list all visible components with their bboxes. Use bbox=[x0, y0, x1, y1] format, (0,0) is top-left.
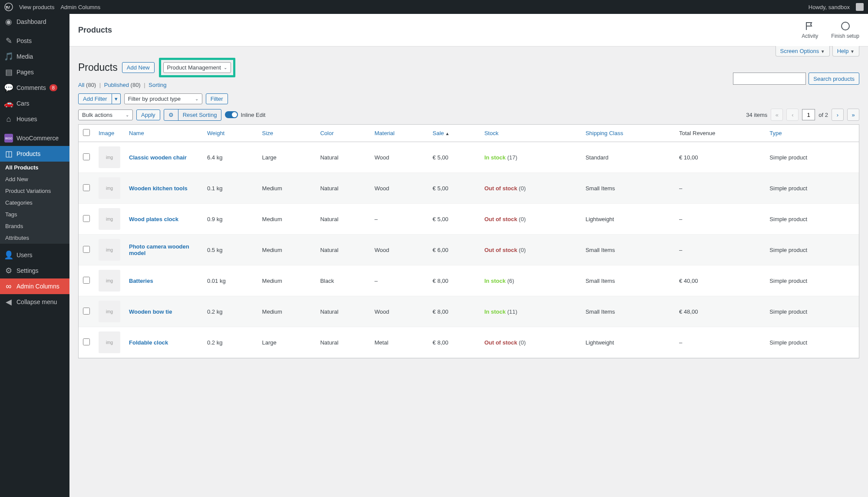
col-name[interactable]: Name bbox=[125, 125, 203, 142]
avatar-icon[interactable] bbox=[856, 3, 864, 11]
product-name-link[interactable]: Photo camera wooden model bbox=[129, 243, 189, 256]
reset-sorting-button[interactable]: Reset Sorting bbox=[178, 109, 221, 120]
submenu-product-variations[interactable]: Product Variations bbox=[0, 185, 69, 197]
product-image: img bbox=[99, 239, 120, 261]
view-products-link[interactable]: View products bbox=[19, 4, 54, 10]
submenu-all-products[interactable]: All Products bbox=[0, 162, 69, 173]
flag-icon bbox=[805, 21, 815, 31]
row-checkbox[interactable] bbox=[83, 338, 90, 345]
product-type-select[interactable]: Filter by product type ⌄ bbox=[124, 93, 202, 104]
bulk-actions-select[interactable]: Bulk actions ⌄ bbox=[78, 109, 133, 120]
wordpress-logo-icon[interactable] bbox=[4, 3, 13, 11]
cell-sale: € 8,00 bbox=[428, 296, 480, 327]
add-new-button[interactable]: Add New bbox=[122, 62, 155, 73]
menu-media[interactable]: 🎵Media bbox=[0, 49, 69, 64]
howdy-link[interactable]: Howdy, sandbox bbox=[809, 4, 850, 10]
circle-icon bbox=[840, 21, 851, 31]
product-name-link[interactable]: Foldable clock bbox=[129, 339, 168, 346]
menu-cars[interactable]: 🚗Cars bbox=[0, 96, 69, 111]
menu-products[interactable]: ◫Products bbox=[0, 146, 69, 162]
product-image: img bbox=[99, 208, 120, 230]
menu-pages[interactable]: ▤Pages bbox=[0, 64, 69, 80]
col-image[interactable]: Image bbox=[94, 125, 125, 142]
page-icon: ▤ bbox=[4, 68, 13, 76]
menu-woocommerce[interactable]: wooWooCommerce bbox=[0, 130, 69, 146]
cell-sale: € 6,00 bbox=[428, 235, 480, 265]
menu-settings[interactable]: ⚙Settings bbox=[0, 263, 69, 278]
row-checkbox[interactable] bbox=[83, 308, 90, 315]
cell-color: Natural bbox=[316, 204, 370, 235]
menu-posts[interactable]: ✎Posts bbox=[0, 33, 69, 49]
filter-sorting[interactable]: Sorting bbox=[149, 82, 166, 88]
view-select[interactable]: Product Management ⌄ bbox=[163, 62, 231, 73]
product-name-link[interactable]: Wooden bow tie bbox=[129, 308, 172, 315]
page-next[interactable]: › bbox=[832, 109, 844, 121]
cell-size: Large bbox=[258, 327, 316, 358]
col-shipping[interactable]: Shipping Class bbox=[581, 125, 675, 142]
house-icon: ⌂ bbox=[4, 115, 13, 123]
products-table: Image Name Weight Size Color Material Sa… bbox=[79, 125, 859, 358]
row-checkbox[interactable] bbox=[83, 215, 90, 222]
activity-button[interactable]: Activity bbox=[802, 21, 818, 39]
col-sale[interactable]: Sale▲ bbox=[428, 125, 480, 142]
filter-published[interactable]: Published bbox=[104, 82, 129, 88]
submenu-attributes[interactable]: Attributes bbox=[0, 232, 69, 244]
row-checkbox[interactable] bbox=[83, 246, 90, 253]
menu-dashboard[interactable]: ◉Dashboard bbox=[0, 14, 69, 30]
page-first[interactable]: « bbox=[771, 109, 783, 121]
menu-houses[interactable]: ⌂Houses bbox=[0, 111, 69, 127]
product-name-link[interactable]: Classic wooden chair bbox=[129, 154, 187, 161]
add-filter-button[interactable]: Add Filter bbox=[78, 93, 112, 104]
submenu-tags[interactable]: Tags bbox=[0, 209, 69, 220]
cell-weight: 0.2 kg bbox=[203, 296, 258, 327]
col-stock[interactable]: Stock bbox=[480, 125, 581, 142]
product-image: img bbox=[99, 177, 120, 199]
chevron-down-icon: ▼ bbox=[821, 49, 825, 54]
screen-options-tab[interactable]: Screen Options ▼ bbox=[776, 46, 830, 56]
submenu-add-new[interactable]: Add New bbox=[0, 173, 69, 185]
sorting-gear[interactable]: ⚙ bbox=[164, 109, 178, 120]
inline-edit-toggle[interactable]: Inline Edit bbox=[225, 111, 265, 118]
page-current-input[interactable] bbox=[802, 109, 815, 120]
select-all-checkbox[interactable] bbox=[83, 129, 90, 136]
product-name-link[interactable]: Wood plates clock bbox=[129, 216, 178, 222]
dashboard-icon: ◉ bbox=[4, 17, 13, 26]
menu-admin-columns[interactable]: ∞Admin Columns bbox=[0, 278, 69, 294]
col-color[interactable]: Color bbox=[316, 125, 370, 142]
product-name-link[interactable]: Wooden kitchen tools bbox=[129, 185, 188, 192]
table-row: imgPhoto camera wooden model0.5 kgMedium… bbox=[79, 235, 859, 265]
product-image: img bbox=[99, 270, 120, 292]
admin-columns-link[interactable]: Admin Columns bbox=[60, 4, 100, 10]
search-input[interactable] bbox=[733, 73, 806, 85]
columns-icon: ∞ bbox=[4, 282, 13, 291]
col-revenue[interactable]: Total Revenue bbox=[675, 125, 765, 142]
svg-point-1 bbox=[842, 22, 849, 30]
col-type[interactable]: Type bbox=[765, 125, 859, 142]
filter-all[interactable]: All bbox=[78, 82, 84, 88]
cell-stock: Out of stock (0) bbox=[480, 235, 581, 265]
apply-button[interactable]: Apply bbox=[136, 109, 160, 120]
cell-size: Medium bbox=[258, 173, 316, 204]
add-filter-dropdown[interactable]: ▾ bbox=[112, 93, 121, 104]
col-material[interactable]: Material bbox=[370, 125, 429, 142]
col-weight[interactable]: Weight bbox=[203, 125, 258, 142]
finish-setup-button[interactable]: Finish setup bbox=[831, 21, 859, 39]
row-checkbox[interactable] bbox=[83, 184, 90, 191]
menu-users[interactable]: 👤Users bbox=[0, 247, 69, 263]
page-prev[interactable]: ‹ bbox=[786, 109, 799, 121]
menu-comments[interactable]: 💬Comments8 bbox=[0, 80, 69, 96]
help-tab[interactable]: Help ▼ bbox=[832, 46, 859, 56]
table-row: imgFoldable clock0.2 kgLargeNaturalMetal… bbox=[79, 327, 859, 358]
row-checkbox[interactable] bbox=[83, 153, 90, 160]
horizontal-scrollbar[interactable] bbox=[78, 358, 859, 365]
submenu-brands[interactable]: Brands bbox=[0, 220, 69, 232]
submenu-categories[interactable]: Categories bbox=[0, 197, 69, 209]
filter-button[interactable]: Filter bbox=[206, 93, 228, 104]
row-checkbox[interactable] bbox=[83, 277, 90, 284]
cell-shipping: Small Items bbox=[581, 296, 675, 327]
col-size[interactable]: Size bbox=[258, 125, 316, 142]
menu-collapse[interactable]: ◀Collapse menu bbox=[0, 294, 69, 310]
product-name-link[interactable]: Batteries bbox=[129, 278, 153, 284]
page-last[interactable]: » bbox=[847, 109, 859, 121]
search-products-button[interactable]: Search products bbox=[809, 73, 859, 85]
